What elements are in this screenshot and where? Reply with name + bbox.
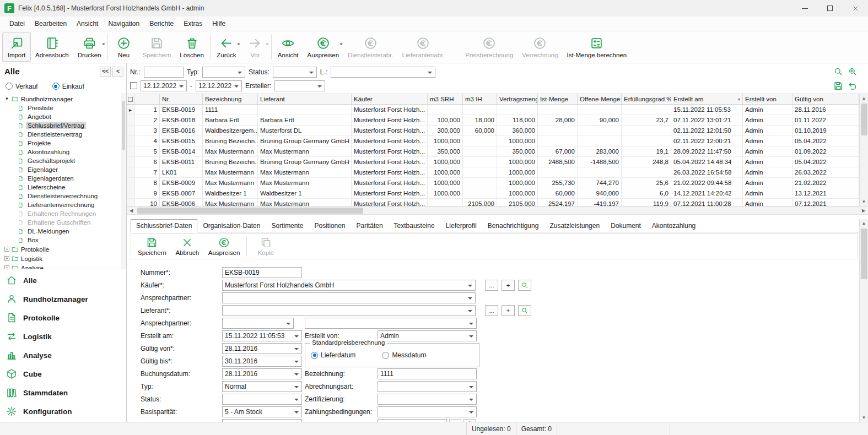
expand-icon[interactable] — [4, 265, 9, 269]
table-horizontal-scrollbar[interactable]: ◀ ▶ — [127, 206, 868, 215]
ansprechpartner2-select-b[interactable] — [305, 318, 477, 329]
detail-auspreisen-button[interactable]: Auspreisen — [204, 237, 245, 256]
import-button[interactable]: Import — [2, 32, 31, 62]
table-row[interactable]: 6 EKSB-0011 Brüning Bezeichn... Brüning … — [127, 157, 859, 167]
bezeichnung-input[interactable] — [378, 368, 477, 379]
lieferant-more-button[interactable]: ... — [485, 305, 498, 316]
column-header[interactable]: Gültig von — [792, 94, 859, 104]
nummer-input[interactable] — [222, 267, 302, 278]
tree-item[interactable]: Eigenlager — [0, 165, 126, 174]
menu-item[interactable]: Berichte — [144, 18, 179, 30]
column-header[interactable]: Erstellt von — [743, 94, 792, 104]
scrollbar-thumb[interactable] — [861, 229, 867, 279]
speichern-button[interactable]: Speichern — [138, 32, 176, 62]
gueltig-von-select[interactable]: 28.11.2016 — [222, 343, 302, 354]
column-header[interactable]: Nr. — [160, 94, 203, 104]
nav-item-rundholzmanager[interactable]: Rundholzmanager — [0, 290, 126, 308]
expand-icon[interactable] — [4, 256, 9, 261]
scroll-down-icon[interactable]: ▼ — [860, 198, 868, 206]
ist-menge-berechnen-button[interactable]: Ist-Menge berechnen — [562, 32, 631, 62]
collapse-all-button[interactable]: << — [100, 67, 111, 77]
menu-item[interactable]: Hilfe — [207, 18, 230, 30]
kaeufer-add-button[interactable]: + — [502, 280, 515, 291]
scroll-up-icon[interactable]: ▲ — [860, 94, 868, 102]
tree-item[interactable]: Erhaltene Gutschriften — [0, 218, 126, 227]
table-row[interactable]: 3 EKSB-0016 Waldbesitzergem... Musterfor… — [127, 126, 859, 136]
tab[interactable]: Textbausteine — [389, 219, 440, 232]
ansprechpartner1-select[interactable] — [222, 292, 476, 303]
pane-splitter[interactable] — [127, 215, 868, 219]
lieferant-add-button[interactable]: + — [502, 305, 515, 316]
abrechnungsart-select[interactable] — [378, 381, 477, 392]
scrollbar-thumb[interactable] — [137, 208, 363, 214]
tab[interactable]: Benachrichtigung — [482, 219, 544, 232]
scroll-left-icon[interactable]: ◀ — [127, 206, 136, 215]
drucken-button[interactable]: Drucken — [73, 32, 106, 62]
ansicht-button[interactable]: Ansicht — [273, 32, 303, 62]
column-header[interactable]: Offene-Menge — [578, 94, 622, 104]
column-header[interactable]: m3 IH — [463, 94, 497, 104]
kaeufer-more-button[interactable]: ... — [485, 280, 498, 291]
tab[interactable]: Positionen — [309, 219, 351, 232]
collapse-button[interactable]: < — [112, 67, 123, 77]
detail-save-button[interactable]: Speichern — [133, 237, 171, 256]
nav-item-stammdaten[interactable]: Stammdaten — [0, 383, 126, 402]
erfuellungsort-select[interactable] — [222, 419, 302, 422]
menu-item[interactable]: Datei — [4, 18, 30, 30]
search-button[interactable] — [832, 65, 845, 78]
maximize-button[interactable] — [817, 0, 843, 17]
scroll-up-icon[interactable]: ▲ — [860, 219, 868, 227]
tab[interactable]: Paritäten — [351, 219, 389, 232]
chevron-down-icon[interactable] — [237, 44, 240, 47]
externe-auftrag-select[interactable] — [378, 419, 447, 422]
scroll-right-icon[interactable]: ▶ — [859, 206, 868, 215]
table-row[interactable]: 9 EKSB-0007 Waldbesitzer 1 Waldbesitzer … — [127, 188, 859, 199]
tree-item[interactable]: Schlussbrief/Vertrag — [0, 121, 126, 130]
menu-item[interactable]: Navigation — [103, 18, 144, 30]
tree-item[interactable]: Logistik — [0, 254, 126, 263]
lieferant-select[interactable] — [222, 305, 476, 316]
tree-item[interactable]: Akontozahlung — [0, 148, 126, 156]
tab[interactable]: Lieferprofil — [440, 219, 482, 232]
dienstleisterabr-button[interactable]: Dienstleisterabr. — [343, 32, 397, 62]
close-button[interactable] — [843, 0, 868, 17]
einkauf-radio[interactable]: Einkauf — [52, 83, 84, 90]
tree-item[interactable]: Lieferscheine — [0, 183, 126, 192]
date-from-select[interactable]: 12.12.2022 — [141, 80, 187, 91]
table-row[interactable]: 10 EKSB-0006 Max Mustermann Max Musterma… — [127, 199, 859, 206]
erstellt-von-select[interactable]: Admin — [378, 330, 477, 341]
nav-item-logistik[interactable]: Logistik — [0, 327, 126, 346]
detail-vertical-scrollbar[interactable]: ▲ ▼ — [859, 219, 868, 422]
kaeufer-search-button[interactable] — [518, 280, 531, 291]
table-vertical-scrollbar[interactable]: ▲ ▼ — [859, 94, 868, 206]
tree-item[interactable]: Erhaltenen Rechnungen — [0, 209, 126, 218]
kaeufer-select[interactable]: Musterforst Forst Holzhandels GmbH — [222, 280, 476, 291]
menu-item[interactable]: Ansicht — [72, 18, 103, 30]
verrechnung-button[interactable]: Verrechnung — [517, 32, 562, 62]
preisberechnung-button[interactable]: Preisberechnung — [461, 32, 517, 62]
typ-select[interactable]: Normal — [222, 381, 302, 392]
tree-item[interactable]: DL-Meldungen — [0, 227, 126, 236]
zahlungsbedingungen-select[interactable] — [378, 406, 477, 417]
gueltig-bis-select[interactable]: 30.11.2016 — [222, 356, 302, 367]
collapse-expander-icon[interactable] — [4, 96, 9, 101]
column-header[interactable]: Erfüllungsgrad % — [622, 94, 671, 104]
tree-item[interactable]: Projekte — [0, 139, 126, 148]
column-header[interactable]: m3 SRH — [428, 94, 463, 104]
tree-scrollbar[interactable] — [121, 93, 126, 269]
tab[interactable]: Schlussbrief-Daten — [131, 219, 197, 232]
tree-item[interactable]: Dienstleistervertrag — [0, 130, 126, 139]
ersteller-filter-select[interactable] — [274, 80, 325, 91]
l-filter-select[interactable] — [331, 67, 435, 78]
tree-item[interactable]: Analyse — [0, 263, 126, 269]
zertifizierung-select[interactable] — [378, 394, 477, 405]
tree-item[interactable]: Eigenlagerdaten — [0, 174, 126, 183]
tab[interactable]: Dokument — [605, 219, 646, 232]
column-header[interactable]: Käufer — [352, 94, 428, 104]
table-row[interactable]: 7 LK01 Max Mustermann Max Mustermann Mus… — [127, 167, 859, 178]
table-row[interactable]: 1 EKSB-0019 1111 Musterforst Forst Holzh… — [127, 105, 859, 115]
lieferantenabr-button[interactable]: Lieferantenabr. — [398, 32, 449, 62]
date-filter-checkbox[interactable] — [130, 82, 137, 89]
adressbuch-button[interactable]: Adressbuch — [31, 32, 73, 62]
scroll-down-icon[interactable]: ▼ — [860, 414, 868, 422]
